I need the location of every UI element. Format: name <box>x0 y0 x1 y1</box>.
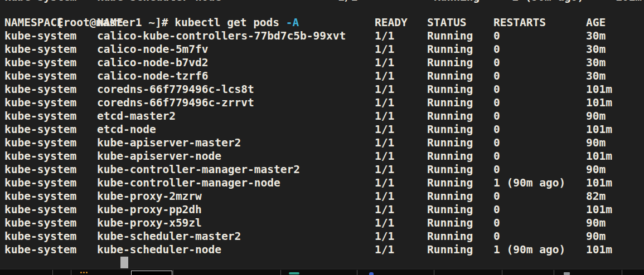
cell-restarts: 0 <box>493 123 500 136</box>
cell-ready: 1/1 <box>375 176 394 190</box>
cell-pod-name: kube-controller-manager-master2 <box>97 163 300 176</box>
cell-status: Running <box>427 110 473 123</box>
cell-status: Running <box>427 123 473 136</box>
table-row: kube-system kube-controller-manager-node… <box>0 176 644 190</box>
header-namespace: NAMESPACE <box>4 16 64 30</box>
cell-age: 30m <box>586 56 606 70</box>
cell-status: Running <box>427 43 473 56</box>
cell-namespace: kube-system <box>4 163 76 176</box>
cell-restarts: 0 <box>493 136 500 150</box>
gray-app-icon[interactable] <box>564 272 570 275</box>
cell-ready: 1/1 <box>375 203 394 217</box>
table-row: kube-system coredns-66f779496c-lcs8t 1/1… <box>0 83 644 96</box>
taskbar[interactable] <box>0 269 644 275</box>
cell-ready: 1/1 <box>375 190 394 203</box>
cell-restarts: 0 <box>493 163 500 176</box>
cell-restarts: 0 <box>493 43 500 56</box>
table-row: kube-system calico-node-b7vd2 1/1 Runnin… <box>0 56 644 70</box>
cell-status: Running <box>427 203 473 217</box>
cell-status: Running <box>427 56 473 70</box>
cell-pod-name: calico-node-5m7fv <box>97 43 209 56</box>
cell-status: Running <box>427 83 473 96</box>
cell-namespace: kube-system <box>4 123 76 136</box>
active-window-thumbnail[interactable] <box>131 271 172 275</box>
cell-namespace: kube-system <box>4 136 76 150</box>
terminal-window[interactable]: kube-system kube-scheduler-node 1/1 Runn… <box>0 0 644 269</box>
cell-status: Running <box>427 70 473 83</box>
cell-status: Running <box>427 190 473 203</box>
cell-pod-name: coredns-66f779496c-lcs8t <box>97 83 254 96</box>
header-ready: READY <box>375 16 408 30</box>
cell-ready: 1/1 <box>375 70 394 83</box>
terminal-cursor <box>120 257 128 268</box>
cell-namespace: kube-system <box>4 243 76 257</box>
taskbar-divider <box>502 270 502 275</box>
cell-restarts: 0 <box>493 190 500 203</box>
cell-age: 101m <box>586 176 612 190</box>
cell-namespace: kube-system <box>4 217 76 230</box>
cell-namespace: kube-system <box>4 203 76 217</box>
cell-restarts: 0 <box>493 96 500 110</box>
taskbar-divider <box>280 270 281 275</box>
cell-pod-name: etcd-master2 <box>97 110 176 123</box>
cell-ready: 1/1 <box>375 56 394 70</box>
cell-pod-name: coredns-66f779496c-zrrvt <box>97 96 254 110</box>
cell-restarts: 0 <box>493 30 500 43</box>
taskbar-divider <box>554 270 554 275</box>
header-status: STATUS <box>427 16 466 30</box>
table-row: kube-system kube-proxy-2mzrw 1/1 Running… <box>0 190 644 203</box>
table-row: kube-system kube-proxy-x59zl 1/1 Running… <box>0 217 644 230</box>
cell-pod-name: kube-scheduler-master2 <box>97 230 241 243</box>
header-restarts: RESTARTS <box>493 16 546 30</box>
table-row: kube-system etcd-master2 1/1 Running 0 9… <box>0 110 644 123</box>
cell-age: 90m <box>586 230 606 243</box>
cell-namespace: kube-system <box>4 83 76 96</box>
cell-ready: 1/1 <box>375 150 394 163</box>
cell-status: Running <box>427 163 473 176</box>
cell-age: 101m <box>586 243 612 257</box>
table-row: kube-system calico-kube-controllers-77bd… <box>0 30 644 43</box>
table-row: kube-system calico-node-tzrf6 1/1 Runnin… <box>0 70 644 83</box>
cell-namespace: kube-system <box>4 43 76 56</box>
table-row: kube-system kube-controller-manager-mast… <box>0 163 644 176</box>
taskbar-divider <box>71 270 71 275</box>
cell-pod-name: kube-controller-manager-node <box>97 176 280 190</box>
cell-restarts: 0 <box>493 203 500 217</box>
cell-pod-name: etcd-node <box>97 123 156 136</box>
teal-app-icon[interactable] <box>289 272 299 274</box>
taskbar-divider <box>173 270 173 275</box>
cell-status: Running <box>427 30 473 43</box>
cell-namespace: kube-system <box>4 230 76 243</box>
orange-dot <box>86 272 88 273</box>
orange-dot <box>80 272 82 273</box>
cell-age: 101m <box>586 96 612 110</box>
command-line: [root@master1 ~]#kubectl get pods-A <box>0 3 644 16</box>
cell-ready: 1/1 <box>375 163 394 176</box>
cell-ready: 1/1 <box>375 96 394 110</box>
table-row: kube-system kube-scheduler-node 1/1 Runn… <box>0 243 644 257</box>
cell-age: 30m <box>586 43 606 56</box>
header-name: NAME <box>97 16 123 30</box>
blue-app-icon[interactable] <box>369 272 374 275</box>
cell-age: 101m <box>586 83 612 96</box>
cell-pod-name: kube-proxy-x59zl <box>97 217 202 230</box>
cell-restarts: 0 <box>493 83 500 96</box>
cell-pod-name: kube-apiserver-master2 <box>97 136 241 150</box>
header-age: AGE <box>586 16 606 30</box>
cell-restarts: 0 <box>493 70 500 83</box>
cell-restarts: 0 <box>493 217 500 230</box>
cell-status: Running <box>427 217 473 230</box>
cell-ready: 1/1 <box>375 217 394 230</box>
cell-age: 30m <box>586 70 606 83</box>
orange-dots-icon[interactable] <box>80 272 88 273</box>
cell-ready: 1/1 <box>375 136 394 150</box>
cell-ready: 1/1 <box>375 230 394 243</box>
cell-restarts: 1 (90m ago) <box>493 243 565 257</box>
table-row: kube-system coredns-66f779496c-zrrvt 1/1… <box>0 96 644 110</box>
cell-age: 90m <box>586 217 606 230</box>
prompt-line[interactable]: [root@master1 ~]# <box>0 257 644 269</box>
table-row: kube-system kube-apiserver-node 1/1 Runn… <box>0 150 644 163</box>
cell-ready: 1/1 <box>375 43 394 56</box>
cell-status: Running <box>427 136 473 150</box>
cell-namespace: kube-system <box>4 30 76 43</box>
